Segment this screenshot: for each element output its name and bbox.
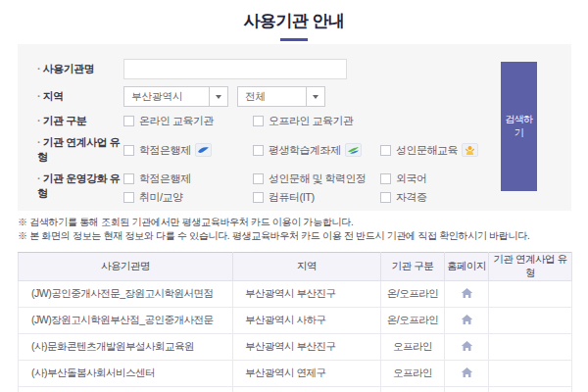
checkbox-label: 성인문해교육 bbox=[396, 143, 458, 158]
institution-name-label: 사용기관명 bbox=[37, 62, 123, 76]
region-district-selected-value: 전체 bbox=[245, 90, 266, 104]
checkbox-label: 외국어 bbox=[396, 172, 427, 186]
org-type-cell: 온/오프라인 bbox=[381, 308, 445, 334]
chevron-down-icon bbox=[209, 87, 227, 106]
home-icon[interactable] bbox=[461, 367, 473, 378]
region-cell: 부산광역시 부산진구 bbox=[233, 281, 381, 308]
region-city-selected-value: 부산광역시 bbox=[131, 90, 183, 104]
checkbox-icon[interactable] bbox=[253, 145, 264, 156]
homepage-cell bbox=[445, 281, 489, 308]
checkbox-offline-education-org[interactable]: 오프라인 교육기관 bbox=[253, 114, 380, 128]
title-underline bbox=[280, 38, 308, 41]
org-type-label: 기관 구분 bbox=[37, 114, 123, 128]
checkbox-icon[interactable] bbox=[253, 173, 264, 184]
checkbox-icon[interactable] bbox=[253, 116, 264, 126]
column-header-institution-name: 사용기관명 bbox=[19, 253, 233, 281]
checkbox-label: 자격증 bbox=[396, 190, 427, 205]
chevron-down-icon bbox=[306, 87, 324, 106]
institution-name-cell: (사)부산돌봄사회서비스센터 bbox=[19, 361, 233, 387]
checkbox-foreign-language[interactable]: 외국어 bbox=[380, 172, 427, 186]
org-type-cell: 오프라인 bbox=[381, 334, 445, 361]
checkbox-lifelong-learning-account[interactable]: 평생학습계좌제 bbox=[253, 143, 380, 158]
checkbox-icon[interactable] bbox=[380, 192, 391, 203]
org-type-cell: 오프라인 bbox=[381, 387, 445, 392]
region-cell: 부산광역시 부산진구 bbox=[233, 387, 381, 392]
notice-block: ※ 검색하기를 통해 조회된 기관에서만 평생교육바우처 카드 이용이 가능합니… bbox=[18, 216, 529, 243]
org-type-cell: 오프라인 bbox=[381, 361, 445, 387]
checkbox-label: 컴퓨터(IT) bbox=[269, 190, 315, 205]
homepage-cell bbox=[445, 387, 489, 392]
checkbox-icon[interactable] bbox=[380, 173, 391, 184]
institution-name-cell: (사)문화콘텐츠개발원부설사회교육원 bbox=[19, 334, 233, 361]
credit-bank-badge-icon bbox=[195, 143, 212, 157]
linked-business-cell bbox=[489, 281, 572, 308]
table-row: (사)한국인재뱅크부산광역시 부산진구오프라인 bbox=[19, 387, 572, 392]
table-row: (사)부산돌봄사회서비스센터부산광역시 연제구오프라인 bbox=[19, 361, 572, 387]
table-body: (JW)공인중개사전문_장원고시학원서면점부산광역시 부산진구온/오프라인(JW… bbox=[19, 281, 572, 392]
search-panel: 사용기관명 지역 부산광역시 전체 기관 구분 온라인 교육기관 bbox=[18, 44, 571, 211]
checkbox-icon[interactable] bbox=[123, 173, 134, 184]
learning-account-badge-icon bbox=[345, 143, 362, 157]
checkbox-adult-literacy-accreditation[interactable]: 성인문해 및 학력인정 bbox=[253, 172, 380, 186]
home-icon[interactable] bbox=[461, 314, 473, 325]
region-field: 지역 부산광역시 전체 bbox=[37, 86, 571, 107]
homepage-cell bbox=[445, 361, 489, 387]
checkbox-label: 학점은행제 bbox=[139, 143, 191, 158]
checkbox-icon[interactable] bbox=[123, 192, 134, 203]
institution-name-cell: (JW)공인중개사전문_장원고시학원서면점 bbox=[19, 281, 233, 308]
linked-business-cell bbox=[489, 334, 572, 361]
linked-business-group: 기관 연계사업 유형 학점은행제 평생학습계좌제 bbox=[37, 135, 571, 165]
checkbox-icon[interactable] bbox=[253, 192, 264, 203]
checkbox-icon[interactable] bbox=[123, 145, 134, 156]
checkbox-certificate[interactable]: 자격증 bbox=[380, 190, 427, 205]
search-button[interactable]: 검색하기 bbox=[501, 62, 537, 191]
org-type-cell: 온/오프라인 bbox=[381, 281, 445, 308]
region-cell: 부산광역시 연제구 bbox=[233, 361, 381, 387]
table-header-row: 사용기관명 지역 기관 구분 홈페이지 기관 연계사업 유형 bbox=[19, 253, 572, 281]
column-header-org-type: 기관 구분 bbox=[381, 253, 445, 281]
org-type-group: 기관 구분 온라인 교육기관 오프라인 교육기관 bbox=[37, 114, 571, 128]
checkbox-adult-literacy-education[interactable]: 성인문해교육 bbox=[380, 143, 478, 158]
checkbox-label: 온라인 교육기관 bbox=[139, 114, 214, 128]
checkbox-credit-bank[interactable]: 학점은행제 bbox=[123, 172, 253, 186]
column-header-linked-business: 기관 연계사업 유형 bbox=[489, 253, 572, 281]
table-row: (JW)공인중개사전문_장원고시학원서면점부산광역시 부산진구온/오프라인 bbox=[19, 281, 572, 308]
checkbox-label: 취미/교양 bbox=[139, 190, 183, 205]
strengthen-label: 기관 운영강화 유형 bbox=[37, 172, 123, 201]
checkbox-icon[interactable] bbox=[380, 145, 391, 156]
institution-name-input[interactable] bbox=[123, 59, 347, 79]
linked-business-cell bbox=[489, 361, 572, 387]
checkbox-hobby-culture[interactable]: 취미/교양 bbox=[123, 190, 253, 205]
region-label: 지역 bbox=[37, 89, 123, 104]
institution-name-cell: (사)한국인재뱅크 bbox=[19, 387, 233, 392]
checkbox-online-education-org[interactable]: 온라인 교육기관 bbox=[123, 114, 253, 128]
homepage-cell bbox=[445, 334, 489, 361]
checkbox-label: 오프라인 교육기관 bbox=[269, 114, 354, 128]
notice-line: ※ 검색하기를 통해 조회된 기관에서만 평생교육바우처 카드 이용이 가능합니… bbox=[18, 216, 529, 229]
region-city-select[interactable]: 부산광역시 bbox=[123, 86, 228, 107]
checkbox-label: 평생학습계좌제 bbox=[269, 143, 341, 158]
checkbox-icon[interactable] bbox=[123, 116, 134, 126]
homepage-cell bbox=[445, 308, 489, 334]
linked-business-label: 기관 연계사업 유형 bbox=[37, 135, 123, 165]
page-title: 사용기관 안내 bbox=[0, 0, 588, 32]
linked-business-cell bbox=[489, 308, 572, 334]
checkbox-credit-bank-system[interactable]: 학점은행제 bbox=[123, 143, 253, 158]
column-header-homepage: 홈페이지 bbox=[445, 253, 489, 281]
checkbox-computer-it[interactable]: 컴퓨터(IT) bbox=[253, 190, 380, 205]
region-cell: 부산광역시 부산진구 bbox=[233, 334, 381, 361]
region-cell: 부산광역시 사하구 bbox=[233, 308, 381, 334]
page: 사용기관 안내 사용기관명 지역 부산광역시 전체 기관 구분 온라인 교육기관 bbox=[0, 0, 588, 392]
table-row: (사)문화콘텐츠개발원부설사회교육원부산광역시 부산진구오프라인 bbox=[19, 334, 572, 361]
linked-business-cell bbox=[489, 387, 572, 392]
notice-line: ※ 본 화면의 정보는 현재 정보와 다를 수 있습니다. 평생교육바우처 카드… bbox=[18, 229, 529, 243]
checkbox-label: 학점은행제 bbox=[139, 172, 191, 186]
region-district-select[interactable]: 전체 bbox=[237, 86, 325, 107]
table-row: (JW)장원고시학원부산점_공인중개사전문부산광역시 사하구온/오프라인 bbox=[19, 308, 572, 334]
results-table: 사용기관명 지역 기관 구분 홈페이지 기관 연계사업 유형 (JW)공인중개사… bbox=[18, 252, 572, 392]
home-icon[interactable] bbox=[461, 287, 473, 299]
checkbox-label: 성인문해 및 학력인정 bbox=[269, 172, 367, 186]
home-icon[interactable] bbox=[461, 340, 473, 352]
column-header-region: 지역 bbox=[233, 253, 381, 281]
institution-name-cell: (JW)장원고시학원부산점_공인중개사전문 bbox=[19, 308, 233, 334]
